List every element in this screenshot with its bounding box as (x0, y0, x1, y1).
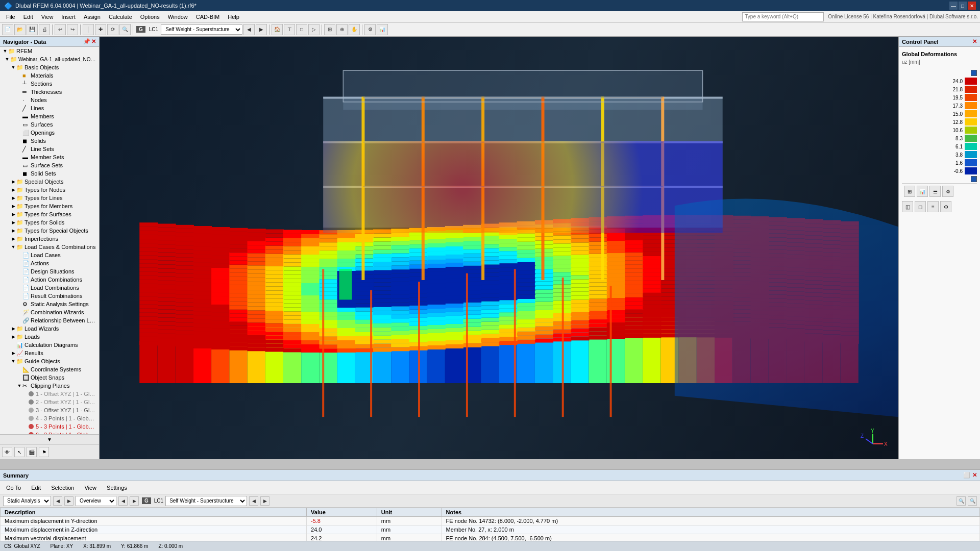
bp-goto[interactable]: Go To (3, 484, 24, 492)
nav-object-snaps[interactable]: 🔲 Object Snaps (0, 373, 99, 382)
nav-calc-diagrams[interactable]: 📊 Calculation Diagrams (0, 341, 99, 349)
menu-options[interactable]: Options (136, 13, 164, 21)
nav-load-wizards[interactable]: ▶ 📁 Load Wizards (0, 324, 99, 333)
rotate-button[interactable]: ⟳ (107, 24, 118, 35)
nav-clip-6[interactable]: 6 - 3 Points | 1 - Global XYZ (0, 431, 99, 434)
zoom-all[interactable]: ⊞ (324, 24, 335, 35)
lc-next[interactable]: ▶ (256, 24, 267, 35)
redo-button[interactable]: ↪ (67, 24, 78, 35)
nav-clip-1[interactable]: 1 - Offset XYZ | 1 - Global X (0, 390, 99, 398)
bp-next[interactable]: ▶ (64, 496, 74, 506)
view-top[interactable]: ⊤ (284, 24, 295, 35)
nav-member-sets[interactable]: ▬ Member Sets (0, 153, 99, 161)
bp-lc-prev[interactable]: ◀ (249, 496, 258, 506)
nav-types-special[interactable]: ▶ 📁 Types for Special Objects (0, 227, 99, 235)
select-button[interactable]: │ (83, 24, 94, 35)
nav-pin-icon[interactable]: 📌 (83, 38, 90, 45)
nav-solid-sets[interactable]: ◼ Solid Sets (0, 169, 99, 178)
menu-calculate[interactable]: Calculate (105, 13, 136, 21)
nav-static-analysis[interactable]: ⚙ Static Analysis Settings (0, 300, 99, 308)
menu-help[interactable]: Help (224, 13, 243, 21)
nav-nodes[interactable]: · Nodes (0, 96, 99, 104)
cp-icon-list[interactable]: ☰ (929, 186, 941, 197)
nav-scroll-down[interactable]: ▼ (47, 437, 52, 442)
cp-icon-settings[interactable]: ⚙ (942, 186, 953, 197)
nav-pointer-btn[interactable]: ↖ (14, 447, 24, 457)
minimize-button[interactable]: — (949, 2, 958, 10)
cp-icon-table[interactable]: ⊞ (904, 186, 915, 197)
bp-expand-icon[interactable]: ⬜ (963, 472, 970, 479)
print-button[interactable]: 🖨 (39, 24, 50, 35)
bp-settings[interactable]: Settings (104, 484, 130, 492)
view-front[interactable]: □ (296, 24, 307, 35)
nav-types-solids[interactable]: ▶ 📁 Types for Solids (0, 218, 99, 227)
nav-sections[interactable]: ┴ Sections (0, 80, 99, 88)
pan[interactable]: ✋ (349, 24, 360, 35)
new-button[interactable]: 📄 (2, 24, 13, 35)
nav-types-surfaces[interactable]: ▶ 📁 Types for Surfaces (0, 210, 99, 218)
nav-results[interactable]: ▶ 📈 Results (0, 349, 99, 357)
nav-relationship-load[interactable]: 🔗 Relationship Between Load C (0, 316, 99, 324)
nav-surfaces[interactable]: ▭ Surfaces (0, 120, 99, 129)
undo-button[interactable]: ↩ (55, 24, 66, 35)
cp-icon-chart[interactable]: 📊 (917, 186, 928, 197)
nav-flag-btn[interactable]: ⚑ (39, 447, 49, 457)
overview-select[interactable]: Overview (76, 496, 116, 506)
nav-guide-objects[interactable]: ▼ 📁 Guide Objects (0, 357, 99, 365)
nav-load-cases-combos[interactable]: ▼ 📁 Load Cases & Combinations (0, 243, 99, 251)
nav-combo-wizards[interactable]: 🪄 Combination Wizards (0, 308, 99, 316)
cp-icon-a[interactable]: ◫ (902, 201, 913, 212)
nav-clip-5[interactable]: 5 - 3 Points | 1 - Global XYZ (0, 422, 99, 431)
nav-openings[interactable]: ⬜ Openings (0, 129, 99, 137)
viewport-canvas[interactable] (100, 37, 898, 459)
nav-materials[interactable]: ■ Materials (0, 71, 99, 80)
menu-view[interactable]: View (37, 13, 58, 21)
bp-zoom[interactable]: 🔍 (957, 496, 966, 506)
zoom-button[interactable]: 🔍 (119, 24, 131, 35)
cp-icon-c[interactable]: ≡ (927, 201, 939, 212)
bp-ov-prev[interactable]: ◀ (118, 496, 128, 506)
nav-loads[interactable]: ▶ 📁 Loads (0, 333, 99, 341)
bp-view[interactable]: View (81, 484, 100, 492)
cp-icon-d[interactable]: ⚙ (940, 201, 951, 212)
view-iso[interactable]: 🏠 (272, 24, 283, 35)
nav-types-lines[interactable]: ▶ 📁 Types for Lines (0, 194, 99, 202)
nav-surface-sets[interactable]: ▭ Surface Sets (0, 161, 99, 169)
nav-load-combinations[interactable]: 📄 Load Combinations (0, 284, 99, 292)
nav-load-cases[interactable]: 📄 Load Cases (0, 251, 99, 259)
viewport-3d[interactable] (100, 37, 898, 459)
move-button[interactable]: ✚ (95, 24, 106, 35)
menu-edit[interactable]: Edit (19, 13, 37, 21)
results-toggle[interactable]: 📊 (377, 24, 388, 35)
nav-actions[interactable]: 📄 Actions (0, 259, 99, 267)
menu-file[interactable]: File (2, 13, 19, 21)
nav-thicknesses[interactable]: ═ Thicknesses (0, 88, 99, 96)
nav-action-combinations[interactable]: 📄 Action Combinations (0, 276, 99, 284)
save-button[interactable]: 💾 (27, 24, 38, 35)
bp-prev[interactable]: ◀ (53, 496, 62, 506)
bp-lc-select[interactable]: Self Weight - Superstructure (165, 496, 247, 506)
nav-lines[interactable]: ╱ Lines (0, 104, 99, 112)
nav-clip-4[interactable]: 4 - 3 Points | 1 - Global XYZ (0, 414, 99, 422)
nav-imperfections[interactable]: ▶ 📁 Imperfections (0, 235, 99, 243)
nav-types-members[interactable]: ▶ 📁 Types for Members (0, 202, 99, 210)
nav-eye-btn[interactable]: 👁 (2, 447, 12, 457)
nav-close-icon[interactable]: ✕ (91, 38, 96, 45)
lc-selector[interactable]: Self Weight - Superstructure (161, 24, 242, 35)
bp-search[interactable]: 🔍 (968, 496, 977, 506)
display-settings[interactable]: ⚙ (364, 24, 376, 35)
cp-close-button[interactable]: ✕ (972, 38, 977, 45)
nav-basic-objects[interactable]: ▼ 📁 Basic Objects (0, 63, 99, 71)
cp-icon-b[interactable]: ◻ (915, 201, 926, 212)
nav-line-sets[interactable]: ╱ Line Sets (0, 145, 99, 153)
menu-window[interactable]: Window (164, 13, 192, 21)
close-button[interactable]: ✕ (968, 2, 976, 10)
menu-insert[interactable]: Insert (57, 13, 80, 21)
nav-video-btn[interactable]: 🎬 (27, 447, 37, 457)
bp-edit[interactable]: Edit (28, 484, 44, 492)
bp-close-icon[interactable]: ✕ (972, 472, 977, 479)
menu-cad-bim[interactable]: CAD-BIM (192, 13, 224, 21)
search-input[interactable] (742, 12, 824, 21)
nav-types-nodes[interactable]: ▶ 📁 Types for Nodes (0, 186, 99, 194)
view-side[interactable]: ▷ (308, 24, 320, 35)
